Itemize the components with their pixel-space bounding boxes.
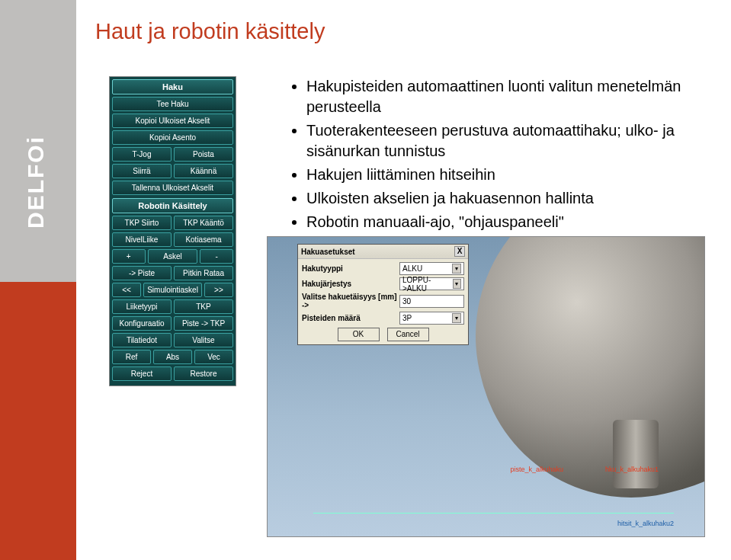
pisteiden-maara-value: 3P: [402, 314, 412, 322]
hakuetaisyys-input[interactable]: 30: [399, 295, 464, 308]
ref-button[interactable]: Ref: [112, 350, 151, 364]
hakuetaisyys-label: Valitse hakuetäisyys [mm] ->: [302, 293, 399, 309]
bullet-item: Tuoterakenteeseen perustuva automaattiha…: [306, 120, 686, 162]
poista-button[interactable]: Poista: [174, 147, 233, 162]
tee-haku-button[interactable]: Tee Haku: [112, 97, 233, 111]
chevron-down-icon[interactable]: ▾: [453, 279, 461, 289]
cancel-button[interactable]: Cancel: [387, 328, 429, 341]
robot-body: [440, 236, 705, 532]
abs-button[interactable]: Abs: [153, 350, 192, 364]
sidebar-bottom: [0, 282, 76, 560]
haku-section-header: Haku: [112, 79, 233, 94]
hakutyyppi-value: ALKU: [402, 264, 422, 273]
piste-to-tkp-button[interactable]: Piste -> TKP: [174, 316, 233, 331]
siirra-button[interactable]: Siirrä: [112, 164, 172, 178]
hakuasetukset-dialog: Hakuasetukset X Hakutyyppi ALKU ▾ Hakujä…: [297, 244, 469, 345]
hakuetaisyys-value: 30: [402, 297, 411, 306]
page-title: Haut ja robotin käsittely: [95, 19, 325, 44]
tilatiedot-button[interactable]: Tilatiedot: [112, 333, 172, 347]
ground-line: [313, 513, 674, 514]
kopioi-ulkoiset-akselit-button[interactable]: Kopioi Ulkoiset Akselit: [112, 114, 233, 128]
kopioi-asento-button[interactable]: Kopioi Asento: [112, 130, 233, 145]
hakutyyppi-label: Hakutyyppi: [302, 264, 399, 273]
pisteiden-maara-label: Pisteiden määrä: [302, 314, 399, 322]
tkp-button[interactable]: TKP: [174, 299, 233, 314]
kaanna-button[interactable]: Käännä: [174, 164, 233, 178]
sim-point-label: piste_k_alkuhaku: [510, 466, 563, 473]
reject-button[interactable]: Reject: [112, 366, 172, 381]
sim-point-label: hitsit_k_alkuhaku2: [617, 520, 674, 527]
ok-button[interactable]: OK: [338, 328, 380, 341]
brand-logo: DELFOi: [23, 136, 49, 229]
hakujarjestys-value: LOPPU->ALKU: [402, 276, 453, 293]
kotiasema-button[interactable]: Kotiasema: [174, 232, 233, 247]
hakujarjestys-select[interactable]: LOPPU->ALKU ▾: [399, 277, 464, 290]
close-icon[interactable]: X: [454, 246, 465, 257]
simulointiaskel-button[interactable]: Simulointiaskel: [143, 283, 202, 297]
to-piste-button[interactable]: -> Piste: [112, 266, 172, 280]
plus-button[interactable]: +: [112, 249, 146, 264]
step-forward-button[interactable]: >>: [204, 283, 233, 297]
t-jog-button[interactable]: T-Jog: [112, 147, 172, 162]
askel-button[interactable]: Askel: [148, 249, 198, 264]
minus-button[interactable]: -: [200, 249, 233, 264]
haku-toolbox: Haku Tee Haku Kopioi Ulkoiset Akselit Ko…: [109, 76, 236, 386]
tkp-siirto-button[interactable]: TKP Siirto: [112, 216, 172, 230]
tkp-kaanto-button[interactable]: TKP Kääntö: [174, 216, 233, 230]
pisteiden-maara-select[interactable]: 3P ▾: [399, 312, 464, 325]
hakutyyppi-select[interactable]: ALKU ▾: [399, 262, 464, 275]
bullet-list: Hakupisteiden automaattinen luonti valit…: [290, 76, 686, 235]
robot-section-header: Robotin Käsittely: [112, 198, 233, 213]
tallenna-ulkoiset-akselit-button[interactable]: Tallenna Ulkoiset Akselit: [112, 181, 233, 195]
nivelliike-button[interactable]: NivelLiike: [112, 232, 172, 247]
hakujarjestys-label: Hakujärjestys: [302, 280, 399, 288]
bullet-item: Hakujen liittäminen hitseihin: [306, 165, 686, 185]
dialog-title: Hakuasetukset: [301, 248, 355, 256]
pitkin-rataa-button[interactable]: Pitkin Rataa: [174, 266, 233, 280]
liiketyypi-button[interactable]: Liiketyypi: [112, 299, 172, 314]
restore-button[interactable]: Restore: [174, 366, 233, 381]
chevron-down-icon[interactable]: ▾: [452, 313, 461, 323]
chevron-down-icon[interactable]: ▾: [452, 264, 461, 274]
step-back-button[interactable]: <<: [112, 283, 141, 297]
robot-neck: [613, 420, 659, 488]
dialog-title-bar: Hakuasetukset X: [298, 245, 468, 259]
sim-point-label: hku_k_alkuhaku1: [605, 466, 659, 473]
konfiguraatio-button[interactable]: Konfiguraatio: [112, 316, 172, 331]
bullet-item: Ulkoisten akselien ja hakuasennon hallin…: [306, 188, 686, 209]
bullet-item: Hakupisteiden automaattinen luonti valit…: [306, 76, 686, 117]
brand-sidebar: DELFOi: [0, 0, 76, 560]
vec-button[interactable]: Vec: [194, 350, 233, 364]
valitse-button[interactable]: Valitse: [174, 333, 233, 347]
bullet-item: Robotin manuaali-ajo, "ohjauspaneeli": [306, 212, 686, 232]
